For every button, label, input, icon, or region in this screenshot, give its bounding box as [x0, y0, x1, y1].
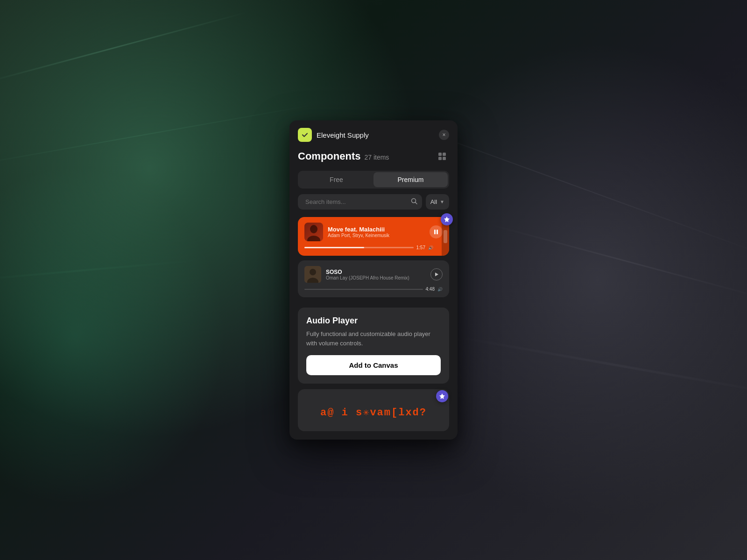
pause-button[interactable] — [430, 225, 443, 238]
volume-icon-1: 🔊 — [428, 245, 433, 250]
filter-dropdown[interactable]: All ▼ — [426, 194, 449, 210]
preview-card[interactable]: a@ i s✳vam[lxd? — [298, 389, 449, 431]
svg-point-13 — [307, 278, 318, 283]
tab-group: Free Premium — [298, 171, 449, 189]
tab-free[interactable]: Free — [299, 172, 374, 187]
modal-body: Components 27 items Free Premium — [289, 149, 458, 440]
svg-line-6 — [415, 203, 417, 204]
svg-rect-2 — [443, 153, 446, 156]
modal-header: Eleveight Supply × — [289, 120, 458, 149]
premium-badge-2 — [436, 390, 448, 402]
track1-time: 1:57 — [416, 245, 425, 250]
track2-top: SOSO Oman Lay (JOSEPH Afro House Remix) — [304, 266, 443, 283]
svg-rect-10 — [434, 230, 436, 234]
premium-badge-1 — [441, 213, 453, 225]
svg-rect-4 — [443, 157, 446, 160]
section-count: 27 items — [364, 154, 389, 161]
component-description: Fully functional and customizable audio … — [306, 329, 441, 348]
svg-rect-1 — [438, 153, 442, 156]
section-title-group: Components 27 items — [298, 150, 389, 162]
progress-bar-2[interactable] — [304, 289, 423, 290]
volume-icon-2: 🔊 — [437, 287, 443, 292]
search-icon — [411, 198, 417, 206]
scrambled-text: a@ i s✳vam[lxd? — [305, 406, 442, 419]
info-panel: Audio Player Fully functional and custom… — [298, 308, 449, 384]
search-input[interactable] — [303, 194, 411, 210]
track2-artist: Oman Lay (JOSEPH Afro House Remix) — [326, 275, 426, 280]
header-left: Eleveight Supply — [298, 128, 369, 142]
svg-point-9 — [307, 236, 320, 241]
grid-view-button[interactable] — [435, 149, 449, 163]
svg-rect-0 — [301, 131, 309, 139]
track2-title: SOSO — [326, 269, 426, 275]
track2-time: 4:48 — [426, 287, 435, 292]
play-button[interactable] — [430, 268, 443, 280]
app-logo — [298, 128, 312, 142]
audio-card-orange[interactable]: Move feat. Malachiii Adam Port, Stryv, K… — [298, 217, 449, 256]
svg-point-8 — [310, 225, 317, 233]
progress-bar-1[interactable] — [304, 247, 414, 248]
component-title: Audio Player — [306, 316, 441, 326]
add-to-canvas-button[interactable]: Add to Canvas — [306, 355, 441, 375]
album-art-1 — [304, 223, 323, 241]
filter-label: All — [430, 198, 437, 205]
svg-marker-15 — [439, 393, 445, 399]
close-button[interactable]: × — [439, 130, 449, 140]
progress-fill-1 — [304, 247, 364, 248]
svg-marker-7 — [444, 217, 450, 222]
track1-title: Move feat. Malachiii — [328, 226, 425, 233]
svg-marker-14 — [435, 273, 438, 276]
search-row: All ▼ — [298, 194, 449, 210]
section-title: Components — [298, 150, 360, 162]
audio-card-orange-wrapper: Move feat. Malachiii Adam Port, Stryv, K… — [298, 217, 449, 256]
svg-rect-11 — [437, 230, 438, 234]
track2-info: SOSO Oman Lay (JOSEPH Afro House Remix) — [326, 269, 426, 280]
album-art-2 — [304, 266, 321, 283]
components-list: Move feat. Malachiii Adam Port, Stryv, K… — [298, 217, 449, 302]
audio-card-dark[interactable]: SOSO Oman Lay (JOSEPH Afro House Remix) … — [298, 260, 449, 297]
track2-progress-row: 4:48 🔊 — [304, 287, 443, 292]
svg-point-12 — [310, 269, 316, 275]
track1-info: Move feat. Malachiii Adam Port, Stryv, K… — [328, 226, 425, 238]
section-header: Components 27 items — [298, 149, 449, 163]
tab-premium[interactable]: Premium — [374, 172, 448, 187]
preview-card-wrapper: a@ i s✳vam[lxd? — [298, 389, 449, 431]
app-title: Eleveight Supply — [317, 131, 369, 139]
audio-card-dark-wrapper: SOSO Oman Lay (JOSEPH Afro House Remix) … — [298, 260, 449, 297]
search-input-wrapper — [298, 194, 422, 210]
plugin-modal: Eleveight Supply × Components 27 items F… — [289, 120, 458, 440]
track1-artist: Adam Port, Stryv, Keinemusik — [328, 233, 425, 238]
track1-progress-row: 1:57 🔊 — [304, 245, 433, 250]
track1-top: Move feat. Malachiii Adam Port, Stryv, K… — [304, 223, 443, 241]
chevron-down-icon: ▼ — [440, 199, 444, 204]
svg-rect-3 — [438, 157, 442, 160]
